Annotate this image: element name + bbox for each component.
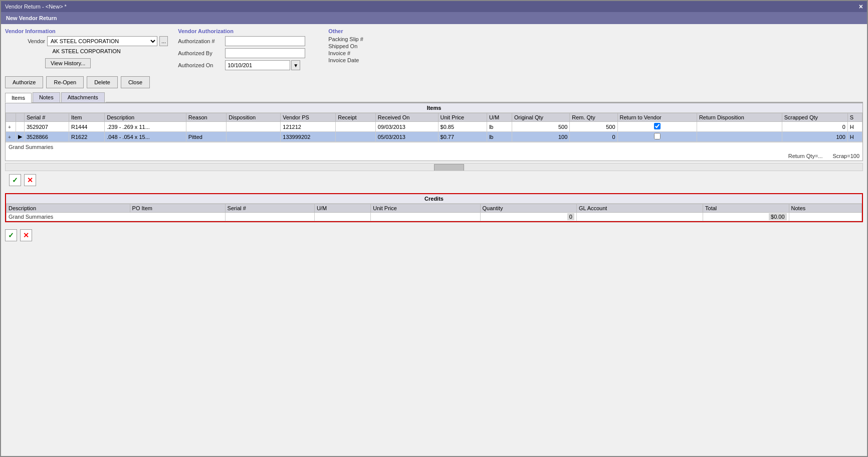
auth-by-row: Authorized By: [178, 48, 318, 58]
items-summary-row: Return Qty=... Scrap=100: [6, 151, 862, 161]
items-table-header-row: Serial # Item Description Reason Disposi…: [6, 113, 862, 122]
col-reason: Reason: [186, 113, 227, 122]
col-unit-price: Unit Price: [438, 113, 487, 122]
expand-icon[interactable]: +: [8, 124, 11, 130]
checkmark-icon-bottom: ✓: [8, 231, 14, 239]
items-section-header: Items: [6, 103, 862, 113]
checkmark-icon: ✓: [12, 176, 18, 184]
col-vendor-ps: Vendor PS: [281, 113, 336, 122]
credits-total-amount: $0.00: [769, 213, 787, 220]
tab-items[interactable]: Items: [5, 93, 32, 103]
close-button[interactable]: Close: [121, 76, 150, 88]
expand-cell[interactable]: +: [6, 132, 16, 142]
return-qty-label: Return Qty=...: [788, 153, 823, 159]
credits-col-description: Description: [7, 204, 130, 213]
col-scrapped-qty: Scrapped Qty: [782, 113, 847, 122]
vendor-label: Vendor: [5, 38, 45, 44]
received-on-cell: 09/03/2013: [375, 122, 438, 132]
description-cell: .239 - .269 x 11...: [105, 122, 186, 132]
col-rem-qty: Rem. Qty: [570, 113, 617, 122]
credits-total-quantity: 0: [567, 213, 574, 220]
col-um: U/M: [487, 113, 512, 122]
cancel-button-top[interactable]: ✕: [24, 174, 36, 186]
col-return-disposition: Return Disposition: [697, 113, 782, 122]
col-receipt: Receipt: [336, 113, 376, 122]
other-section: Other Packing Slip # Shipped On Invoice …: [328, 28, 428, 64]
col-expand: [6, 113, 16, 122]
view-history-button[interactable]: View History...: [45, 58, 91, 68]
reason-cell: Pitted: [186, 132, 227, 142]
scroll-thumb[interactable]: [434, 164, 464, 171]
shipped-on-row: Shipped On: [328, 43, 428, 49]
window-close-button[interactable]: ×: [859, 3, 863, 11]
credits-col-serial: Serial #: [225, 204, 314, 213]
vendor-name-display: AK STEEL CORPORATION: [5, 48, 168, 54]
vendor-ps-cell: 121212: [281, 122, 336, 132]
action-buttons: Authorize Re-Open Delete Close: [5, 76, 863, 88]
tab-bar: Items Notes Attachments Items Serial #: [5, 92, 863, 161]
col-description: Description: [105, 113, 186, 122]
credits-grand-summaries-row: Grand Summaries 0 $0.00: [7, 213, 862, 221]
auth-num-row: Authorization #: [178, 36, 318, 46]
auth-on-date-wrap: ▼: [225, 60, 300, 70]
invoice-num-label: Invoice #: [328, 50, 368, 56]
main-content: Vendor Information Vendor AK STEEL CORPO…: [1, 24, 867, 193]
return-disposition-cell: [697, 122, 782, 132]
disposition-cell: [227, 132, 281, 142]
auth-by-input[interactable]: [225, 48, 305, 58]
horizontal-scrollbar[interactable]: [5, 163, 863, 171]
return-to-vendor-checkbox[interactable]: [654, 133, 661, 139]
save-button-bottom[interactable]: ✓: [5, 229, 17, 241]
vendor-row: Vendor AK STEEL CORPORATION ...: [5, 36, 168, 46]
credits-col-total: Total: [703, 204, 789, 213]
credits-col-po-item: PO Item: [130, 204, 225, 213]
expand-cell[interactable]: +: [6, 122, 16, 132]
arrow-cell: [16, 122, 25, 132]
auth-on-input[interactable]: [225, 60, 290, 70]
vendor-info-section: Vendor Information Vendor AK STEEL CORPO…: [5, 28, 168, 68]
return-to-vendor-cell[interactable]: [617, 122, 697, 132]
vendor-auth-section: Vendor Authorization Authorization # Aut…: [178, 28, 318, 72]
items-grand-summaries: Grand Summaries: [6, 142, 862, 151]
col-serial: Serial #: [25, 113, 69, 122]
vendor-auth-label: Vendor Authorization: [178, 28, 318, 34]
authorize-button[interactable]: Authorize: [5, 76, 43, 88]
save-button-top[interactable]: ✓: [9, 174, 21, 186]
tab-notes[interactable]: Notes: [33, 92, 60, 102]
scrap-label: Scrap=100: [832, 153, 859, 159]
original-qty-cell: 500: [512, 122, 570, 132]
reopen-button[interactable]: Re-Open: [46, 76, 84, 88]
tab-attachments[interactable]: Attachments: [61, 92, 105, 102]
bottom-buttons-bottom: ✓ ✕: [1, 226, 867, 244]
other-label: Other: [328, 28, 428, 34]
auth-by-label: Authorized By: [178, 50, 223, 56]
auth-num-input[interactable]: [225, 36, 305, 46]
col-item: Item: [69, 113, 105, 122]
table-row[interactable]: + ▶ 3528866 R1622 .048 - .054 x 15... Pi…: [6, 132, 862, 142]
rem-qty-cell: 500: [570, 122, 617, 132]
credits-header: Credits: [6, 194, 862, 204]
original-qty-cell: 100: [512, 132, 570, 142]
received-on-cell: 05/03/2013: [375, 132, 438, 142]
table-row[interactable]: + 3529207 R1444 .239 - .269 x 11... 1212…: [6, 122, 862, 132]
return-disposition-cell: [697, 132, 782, 142]
vendor-dropdown[interactable]: AK STEEL CORPORATION: [47, 36, 157, 46]
auth-on-calendar-button[interactable]: ▼: [291, 60, 300, 70]
serial-cell: 3529207: [25, 122, 69, 132]
cancel-button-bottom[interactable]: ✕: [20, 229, 32, 241]
rem-qty-cell: 0: [570, 132, 617, 142]
vendor-search-button[interactable]: ...: [159, 36, 168, 46]
cancel-icon: ✕: [27, 176, 33, 184]
invoice-date-row: Invoice Date: [328, 57, 428, 63]
top-section: Vendor Information Vendor AK STEEL CORPO…: [5, 28, 863, 72]
reason-cell: [186, 122, 227, 132]
col-arrow: [16, 113, 25, 122]
expand-icon[interactable]: +: [8, 134, 11, 140]
s-cell: H: [847, 122, 862, 132]
return-to-vendor-checkbox[interactable]: [654, 123, 661, 129]
credits-col-quantity: Quantity: [480, 204, 576, 213]
packing-slip-label: Packing Slip #: [328, 36, 368, 42]
delete-button[interactable]: Delete: [87, 76, 118, 88]
return-to-vendor-cell[interactable]: [617, 132, 697, 142]
col-s: S: [847, 113, 862, 122]
